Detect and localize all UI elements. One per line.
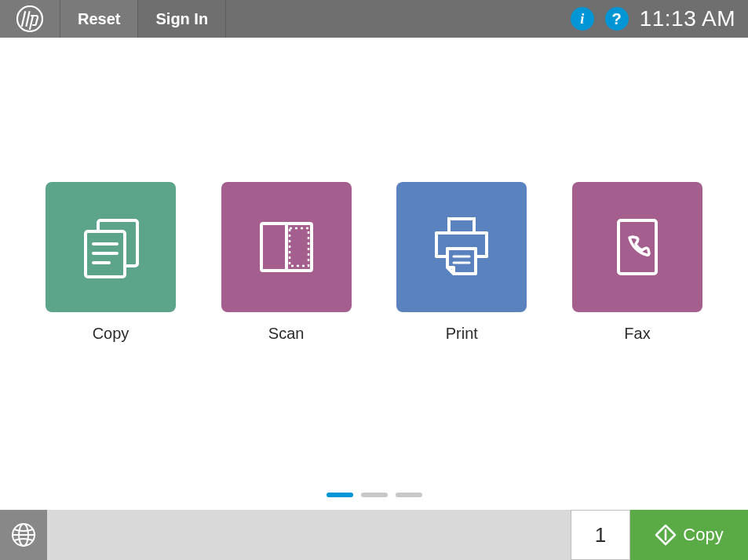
- tile-scan-label: Scan: [268, 325, 305, 343]
- header-right: i ? 11:13 AM: [558, 0, 748, 38]
- copy-icon: [71, 208, 150, 286]
- svg-line-1: [22, 12, 25, 26]
- tile-fax-icon-box: [572, 182, 702, 312]
- tile-fax-label: Fax: [624, 325, 650, 343]
- fax-icon: [598, 208, 677, 286]
- tile-print[interactable]: Print: [396, 182, 527, 343]
- tile-print-icon-box: [396, 182, 527, 312]
- tile-fax[interactable]: Fax: [572, 182, 702, 343]
- pagination-dots: [0, 493, 748, 497]
- start-copy-button[interactable]: Copy: [630, 510, 748, 560]
- reset-button[interactable]: Reset: [60, 0, 138, 38]
- start-copy-label: Copy: [683, 525, 723, 545]
- help-icon: ?: [612, 10, 622, 28]
- sign-in-label: Sign In: [155, 10, 208, 28]
- footer-bar: 1 Copy: [0, 510, 748, 560]
- tile-scan-icon-box: [221, 182, 352, 312]
- help-button[interactable]: ?: [605, 7, 629, 31]
- sign-in-button[interactable]: Sign In: [138, 0, 226, 38]
- app-tiles: Copy Scan: [46, 182, 702, 343]
- home-screen: Copy Scan: [0, 38, 748, 510]
- start-icon: [655, 524, 677, 546]
- clock: 11:13 AM: [640, 6, 735, 31]
- copy-quantity[interactable]: 1: [571, 510, 630, 560]
- info-button[interactable]: i: [571, 7, 594, 31]
- svg-line-2: [27, 12, 30, 26]
- print-icon: [422, 208, 501, 286]
- svg-rect-14: [449, 219, 474, 233]
- page-dot-3[interactable]: [396, 493, 422, 497]
- tile-copy-icon-box: [46, 182, 176, 312]
- hp-logo: [0, 0, 60, 38]
- tile-print-label: Print: [446, 325, 478, 343]
- tile-copy-label: Copy: [93, 325, 130, 343]
- svg-line-3: [30, 16, 33, 29]
- footer-spacer: [47, 510, 571, 560]
- copy-quantity-value: 1: [595, 523, 606, 547]
- info-icon: i: [580, 11, 584, 27]
- svg-rect-13: [290, 228, 308, 266]
- language-button[interactable]: [0, 510, 47, 560]
- reset-label: Reset: [78, 10, 120, 28]
- page-dot-2[interactable]: [361, 493, 388, 497]
- header-bar: Reset Sign In i ? 11:13 AM: [0, 0, 748, 38]
- scan-icon: [247, 208, 326, 286]
- tile-scan[interactable]: Scan: [221, 182, 352, 343]
- globe-icon: [10, 522, 37, 548]
- tile-copy[interactable]: Copy: [46, 182, 176, 343]
- hp-logo-icon: [16, 5, 43, 32]
- header-spacer: [226, 0, 558, 38]
- page-dot-1[interactable]: [327, 493, 353, 497]
